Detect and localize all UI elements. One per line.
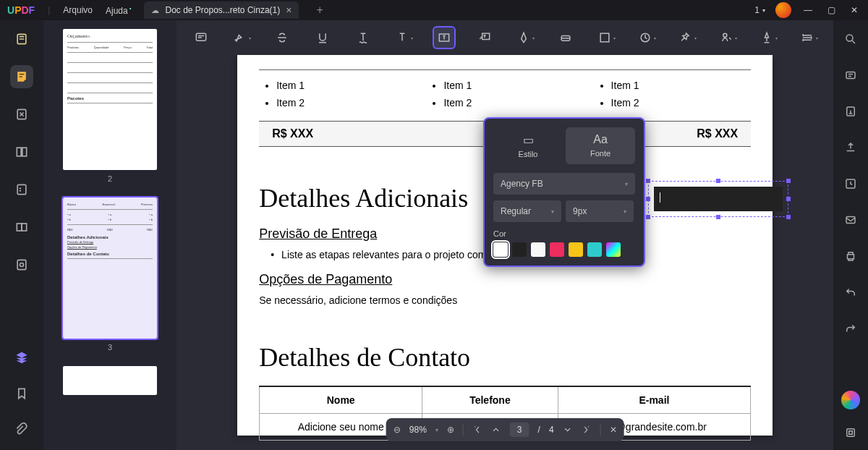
color-pink[interactable]: [550, 242, 564, 257]
text-box-icon[interactable]: [434, 27, 454, 48]
manage-icon[interactable]: ▾: [799, 27, 819, 48]
thumbnails-panel: Orçamento ProdutosQuantidadePreçoTotal P…: [43, 20, 176, 450]
svg-rect-21: [848, 255, 854, 259]
font-size-select[interactable]: 9px▾: [566, 200, 634, 222]
text-box-editing[interactable]: [651, 184, 786, 214]
highlight-icon[interactable]: ▾: [231, 27, 252, 48]
next-page-button[interactable]: [563, 425, 573, 435]
page-input[interactable]: 3: [510, 423, 529, 437]
svg-rect-22: [847, 429, 855, 437]
shape-icon[interactable]: ▾: [596, 27, 616, 48]
svg-point-15: [723, 33, 727, 37]
email-icon[interactable]: [842, 211, 859, 229]
price-col-1: R$ XXX: [272, 127, 313, 140]
tab-font[interactable]: Aa Fonte: [566, 127, 635, 164]
callout-icon[interactable]: [475, 27, 495, 48]
color-yellow[interactable]: [569, 242, 583, 257]
redo-icon[interactable]: [842, 320, 859, 337]
first-page-button[interactable]: [472, 425, 482, 435]
settings-icon[interactable]: [842, 424, 859, 441]
svg-rect-7: [17, 260, 26, 269]
svg-rect-2: [17, 148, 21, 156]
tab-title: Doc de Propos...reto Cinza(1): [165, 5, 280, 15]
prev-page-button[interactable]: [491, 425, 501, 435]
maximize-button[interactable]: ▢: [825, 4, 838, 17]
heading-payment: Opções de Pagamento: [259, 272, 751, 287]
note-icon[interactable]: [191, 27, 211, 48]
underline-icon[interactable]: [312, 27, 333, 48]
signature-icon[interactable]: ▾: [718, 27, 738, 48]
color-offwhite[interactable]: [531, 242, 545, 257]
color-white[interactable]: [493, 242, 508, 257]
color-custom[interactable]: [606, 242, 621, 257]
stamp-icon[interactable]: ▾: [637, 27, 657, 48]
form-tool-icon[interactable]: [10, 178, 33, 201]
pages-tool-icon[interactable]: [10, 140, 33, 164]
font-weight-select[interactable]: Regular▾: [493, 200, 561, 222]
page-sep: /: [538, 425, 540, 435]
edit-tool-icon[interactable]: [10, 103, 33, 126]
color-swatches: [493, 242, 635, 257]
thumbnail-number: 3: [52, 343, 168, 352]
tab-style[interactable]: ▭ Estilo: [493, 127, 563, 164]
comment-tool-icon[interactable]: [10, 65, 33, 88]
menu-file[interactable]: Arquivo: [63, 5, 93, 15]
svg-rect-3: [22, 148, 27, 156]
export-icon[interactable]: [842, 139, 859, 156]
annotation-toolbar: ▾ ▾ ▾ ▾ ▾ ▾ ▾ ▾ ▾: [176, 20, 833, 55]
minimize-button[interactable]: —: [801, 4, 814, 17]
last-page-button[interactable]: [582, 425, 592, 435]
thumbnail-number: 2: [52, 174, 168, 183]
share-icon[interactable]: [842, 175, 859, 192]
protect-tool-icon[interactable]: [10, 216, 33, 239]
layers-icon[interactable]: [10, 346, 33, 369]
eraser-icon[interactable]: [556, 27, 576, 48]
tab-close-icon[interactable]: ×: [286, 4, 292, 16]
account-menu[interactable]: 1▾: [754, 5, 765, 15]
squiggly-icon[interactable]: [353, 27, 373, 48]
zoom-dropdown-icon[interactable]: ▾: [435, 427, 438, 433]
font-tab-icon: Aa: [571, 133, 629, 146]
color-teal[interactable]: [587, 242, 602, 257]
font-family-select[interactable]: Agency FB▾: [493, 173, 635, 195]
style-tab-icon: ▭: [499, 133, 557, 147]
ai-assistant-icon[interactable]: [841, 391, 860, 409]
zoom-out-button[interactable]: ⊖: [393, 425, 401, 435]
svg-rect-23: [849, 431, 853, 435]
page-total: 4: [549, 425, 554, 435]
nav-close-button[interactable]: ✕: [610, 425, 617, 435]
svg-rect-11: [482, 33, 490, 39]
heading-contact: Detalhes de Contato: [259, 342, 751, 373]
strikethrough-icon[interactable]: [272, 27, 292, 48]
document-tab[interactable]: ☁ Doc de Propos...reto Cinza(1) ×: [144, 1, 299, 19]
undo-icon[interactable]: [842, 284, 859, 301]
pin-icon[interactable]: ▾: [677, 27, 697, 48]
crop-icon[interactable]: [842, 103, 859, 120]
avatar[interactable]: [775, 2, 791, 18]
font-properties-popup: ▭ Estilo Aa Fonte Agency FB▾ Regular▾ 9p…: [483, 117, 645, 267]
attachment-icon[interactable]: [10, 418, 33, 441]
thumbnail-page-3[interactable]: BásicoEssencialPremium • a• a• a • b• b•…: [63, 198, 157, 339]
pencil-icon[interactable]: ▾: [515, 27, 535, 48]
menu-help[interactable]: Ajuda: [106, 5, 132, 16]
separator: |: [48, 5, 50, 15]
zoom-level: 98%: [409, 425, 427, 435]
zoom-in-button[interactable]: ⊕: [447, 425, 454, 435]
add-tab-button[interactable]: +: [316, 4, 323, 17]
thumbnail-page-2[interactable]: Orçamento ProdutosQuantidadePreçoTotal P…: [63, 29, 157, 170]
sign-icon[interactable]: ▾: [758, 27, 778, 48]
close-button[interactable]: ✕: [848, 4, 861, 17]
print-icon[interactable]: [842, 247, 859, 265]
search-icon[interactable]: [842, 30, 859, 48]
ocr-icon[interactable]: [842, 67, 859, 84]
cloud-icon: ☁: [151, 6, 159, 15]
page-navigation-bar: ⊖ 98% ▾ ⊕ 3 / 4 ✕: [386, 418, 624, 441]
svg-rect-5: [17, 224, 22, 231]
text-comment-icon[interactable]: ▾: [393, 27, 414, 48]
reader-tool-icon[interactable]: [10, 27, 33, 51]
color-black[interactable]: [512, 242, 527, 257]
svg-rect-6: [22, 224, 27, 231]
bookmark-icon[interactable]: [10, 382, 33, 405]
thumbnail-page-4[interactable]: [63, 366, 157, 395]
tools-icon[interactable]: [10, 253, 33, 276]
